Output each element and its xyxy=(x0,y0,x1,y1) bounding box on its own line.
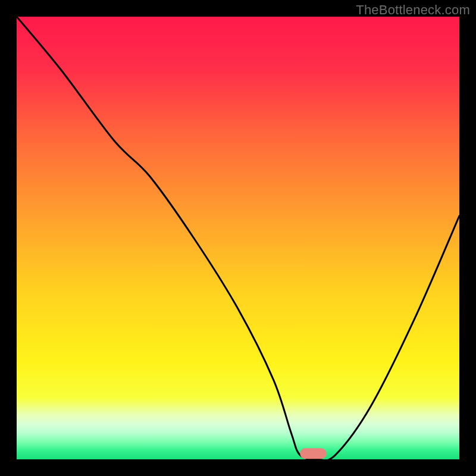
bottleneck-chart xyxy=(17,17,459,459)
optimum-marker xyxy=(300,448,327,459)
watermark-text: TheBottleneck.com xyxy=(356,2,470,18)
gradient-background xyxy=(17,17,459,459)
chart-frame: TheBottleneck.com xyxy=(0,0,476,476)
